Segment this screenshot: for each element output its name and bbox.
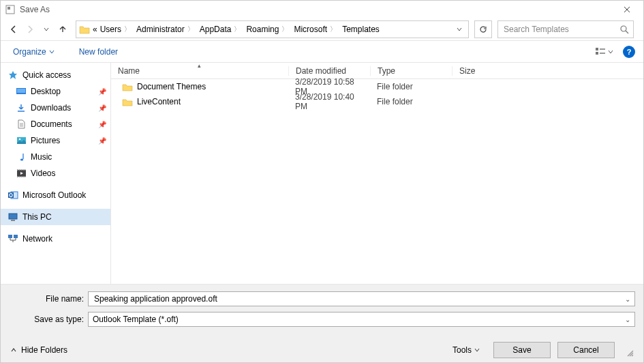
sidebar-item-label: Microsoft Outlook [22,190,86,200]
sidebar-item-label: This PC [22,212,52,222]
sidebar-item-quick-access[interactable]: Quick access [1,67,110,83]
savetype-field[interactable]: Outlook Template (*.oft) ⌄ [88,312,635,327]
folder-icon [122,96,133,107]
savetype-label: Save as type: [9,315,88,324]
refresh-button[interactable] [474,20,492,38]
document-icon [16,119,27,130]
folder-icon [78,25,91,34]
svg-rect-16 [8,235,12,238]
chevron-right-icon: 〉 [121,25,134,34]
column-header-date[interactable]: Date modified [288,66,370,76]
hide-folders-button[interactable]: Hide Folders [9,343,69,358]
forward-button[interactable] [22,22,37,37]
svg-point-2 [621,26,626,31]
sidebar-item-downloads[interactable]: Downloads 📌 [1,100,110,116]
file-type: File folder [370,82,452,91]
chevron-right-icon: 〉 [231,25,243,34]
pin-icon: 📌 [98,104,106,112]
search-input[interactable] [502,24,620,35]
sidebar-item-outlook[interactable]: Microsoft Outlook [1,187,110,203]
resize-grip[interactable] [626,349,635,358]
chevron-down-icon[interactable]: ⌄ [625,295,630,303]
pin-icon: 📌 [98,137,106,145]
chevron-up-icon [10,347,17,353]
folder-icon [122,81,133,92]
command-bar: Organize New folder ? [1,40,643,63]
close-button[interactable] [615,1,639,18]
chevron-down-icon [608,49,613,55]
chevron-down-icon[interactable]: ⌄ [625,316,630,323]
breadcrumb: « Users〉 Administrator〉 AppData〉 Roaming… [91,25,452,34]
breadcrumb-item[interactable]: Administrator〉 [135,25,198,34]
tools-menu[interactable]: Tools [453,345,487,355]
chevron-down-icon [49,49,55,55]
svg-point-8 [18,139,20,141]
file-name: Document Themes [137,82,206,91]
window-title: Save As [20,5,50,14]
file-rows: Document Themes 3/28/2019 10:58 PM File … [111,79,643,284]
svg-rect-1 [7,7,10,10]
svg-rect-17 [14,235,18,238]
savetype-value: Outlook Template (*.oft) [93,315,625,324]
sidebar-item-network[interactable]: Network [1,231,110,247]
file-row[interactable]: Document Themes 3/28/2019 10:58 PM File … [111,79,643,94]
organize-menu[interactable]: Organize [9,44,59,59]
navigation-tree: Quick access Desktop 📌 Downloads 📌 Docum… [1,63,111,284]
breadcrumb-item[interactable]: AppData〉 [198,25,245,34]
search-box[interactable] [497,20,634,38]
help-button[interactable]: ? [623,46,635,58]
pictures-icon [16,135,27,146]
breadcrumb-item[interactable]: Roaming〉 [245,25,292,34]
cancel-button[interactable]: Cancel [557,342,615,358]
breadcrumb-prefix: « [93,25,97,34]
sidebar-item-desktop[interactable]: Desktop 📌 [1,83,110,100]
file-row[interactable]: LiveContent 3/28/2019 10:40 PM File fold… [111,94,643,109]
sidebar-item-label: Quick access [22,70,71,80]
address-dropdown[interactable] [452,22,467,37]
recent-dropdown[interactable] [39,22,54,37]
pin-icon: 📌 [98,121,106,128]
computer-icon [7,212,18,222]
column-header-name[interactable]: Name [111,66,288,76]
svg-rect-15 [11,220,15,221]
filename-field[interactable]: ⌄ [88,291,635,306]
column-header-size[interactable]: Size [452,66,506,76]
view-options-button[interactable] [592,44,616,59]
up-button[interactable] [55,22,70,37]
sidebar-item-label: Network [22,234,52,244]
back-button[interactable] [6,22,21,37]
desktop-icon [16,86,27,97]
filename-input[interactable] [93,293,625,304]
new-folder-button[interactable]: New folder [75,44,122,59]
sidebar-item-this-pc[interactable]: This PC [1,209,110,225]
search-icon [620,25,629,34]
filename-label: File name: [9,294,88,304]
sidebar-item-label: Music [31,152,52,162]
music-icon [16,151,27,162]
sidebar-item-videos[interactable]: Videos [1,165,110,182]
videos-icon [16,168,27,179]
column-header-type[interactable]: Type [370,66,452,76]
main-area: Quick access Desktop 📌 Downloads 📌 Docum… [1,63,643,285]
address-bar[interactable]: « Users〉 Administrator〉 AppData〉 Roaming… [76,20,469,38]
chevron-right-icon: 〉 [279,25,291,34]
download-icon [16,102,27,113]
navigation-bar: « Users〉 Administrator〉 AppData〉 Roaming… [1,18,643,40]
star-icon [7,70,18,81]
file-date: 3/28/2019 10:40 PM [288,92,370,111]
breadcrumb-item[interactable]: Templates [341,25,381,34]
title-bar: Save As [1,1,643,18]
svg-rect-14 [9,214,17,219]
app-icon [5,4,16,15]
breadcrumb-item[interactable]: Users〉 [99,25,135,34]
chevron-right-icon: 〉 [185,25,197,34]
sidebar-item-label: Documents [31,119,72,129]
bottom-panel: File name: ⌄ Save as type: Outlook Templ… [1,285,643,362]
sidebar-item-music[interactable]: Music [1,149,110,165]
file-type: File folder [370,97,452,106]
save-button[interactable]: Save [493,342,551,358]
file-name: LiveContent [137,97,181,106]
breadcrumb-item[interactable]: Microsoft〉 [292,25,341,34]
sidebar-item-documents[interactable]: Documents 📌 [1,116,110,132]
sidebar-item-pictures[interactable]: Pictures 📌 [1,132,110,149]
